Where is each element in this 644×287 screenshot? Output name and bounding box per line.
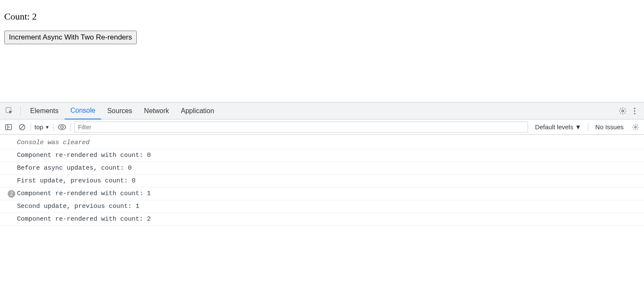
levels-label: Default levels	[535, 123, 573, 131]
console-log-row[interactable]: Second update, previous count: 1	[0, 200, 644, 213]
repeat-count-badge: 2	[8, 190, 15, 198]
caret-down-icon: ▼	[575, 123, 581, 131]
svg-point-10	[635, 126, 636, 128]
console-log-row[interactable]: Before async updates, count: 0	[0, 162, 644, 175]
count-text: Count: 2	[4, 11, 640, 22]
console-log-row[interactable]: 2Component re-rendered with count: 1	[0, 188, 644, 200]
console-settings-gear-icon[interactable]	[630, 122, 641, 132]
settings-gear-icon[interactable]	[617, 105, 629, 117]
tab-application[interactable]: Application	[175, 102, 220, 119]
separator	[20, 107, 21, 115]
console-log-row[interactable]: Component re-rendered with count: 0	[0, 149, 644, 162]
svg-line-8	[20, 125, 24, 129]
tab-sources[interactable]: Sources	[101, 102, 138, 119]
increment-async-button[interactable]: Increment Async With Two Re-renders	[4, 31, 137, 44]
more-options-icon[interactable]	[629, 105, 641, 117]
log-text: Component re-rendered with count: 1	[17, 190, 151, 197]
separator	[31, 123, 31, 131]
live-expression-icon[interactable]	[57, 122, 67, 132]
separator	[71, 123, 71, 131]
devtools-panel: Elements Console Sources Network Applica…	[0, 102, 644, 287]
console-log-row[interactable]: Component re-rendered with count: 2	[0, 213, 644, 226]
svg-point-1	[622, 110, 624, 112]
tab-network[interactable]: Network	[138, 102, 175, 119]
log-text: Component re-rendered with count: 0	[17, 152, 151, 159]
log-levels-selector[interactable]: Default levels ▼	[531, 123, 585, 131]
log-text: Before async updates, count: 0	[17, 165, 132, 172]
clear-console-icon[interactable]	[17, 122, 27, 132]
caret-down-icon: ▼	[45, 125, 50, 130]
log-text: Console was cleared	[17, 139, 90, 146]
tab-console[interactable]: Console	[65, 102, 102, 119]
separator	[53, 123, 54, 131]
log-text: Second update, previous count: 1	[17, 203, 139, 210]
separator	[588, 123, 588, 131]
toggle-sidebar-icon[interactable]	[3, 122, 14, 132]
page-content: Count: 2 Increment Async With Two Re-ren…	[0, 0, 644, 48]
svg-point-3	[634, 110, 635, 111]
svg-point-9	[61, 126, 63, 128]
console-log-row[interactable]: First update, previous count: 0	[0, 175, 644, 188]
log-text: Component re-rendered with count: 2	[17, 216, 151, 223]
svg-point-4	[634, 113, 635, 114]
context-label: top	[34, 123, 43, 131]
inspect-element-icon[interactable]	[3, 105, 15, 117]
devtools-tabbar: Elements Console Sources Network Applica…	[0, 102, 644, 119]
context-selector[interactable]: top ▼	[34, 123, 50, 131]
console-toolbar: top ▼ Default levels ▼ No Issues	[0, 119, 644, 135]
log-text: First update, previous count: 0	[17, 177, 136, 185]
console-log-area: Console was clearedComponent re-rendered…	[0, 135, 644, 227]
console-log-row[interactable]: Console was cleared	[0, 136, 644, 149]
svg-point-2	[634, 108, 635, 109]
tab-elements[interactable]: Elements	[24, 102, 65, 119]
issues-indicator[interactable]: No Issues	[592, 123, 627, 131]
filter-input[interactable]	[74, 122, 528, 133]
